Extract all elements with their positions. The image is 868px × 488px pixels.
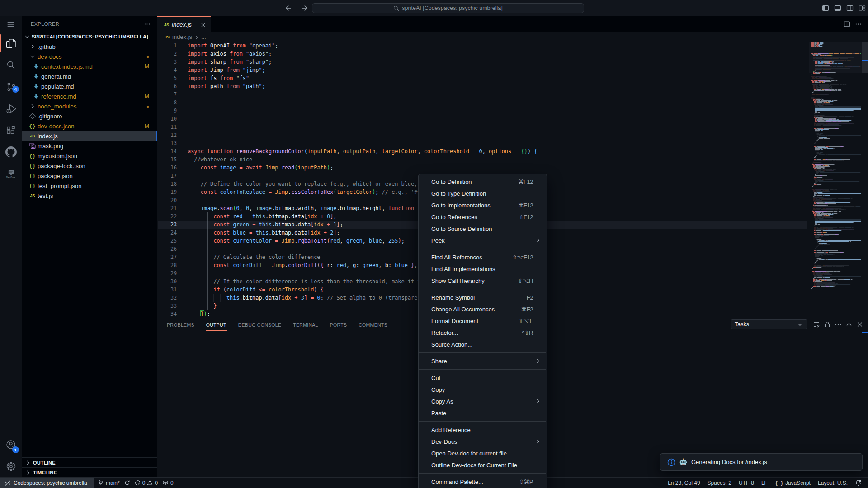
panel-tab-problems[interactable]: PROBLEMS [166, 319, 195, 331]
activity-source-control[interactable]: 4 [0, 76, 22, 98]
menu-item-rename-symbol[interactable]: Rename SymbolF2 [419, 291, 547, 303]
code-line-14[interactable]: 14async function removeBackgroundColor(i… [157, 147, 807, 155]
menu-item-share[interactable]: Share [419, 355, 547, 367]
nav-back-icon[interactable] [285, 5, 292, 12]
activity-search[interactable] [0, 54, 22, 76]
breadcrumb-file[interactable]: index.js [172, 33, 192, 40]
status-eol[interactable]: LF [758, 478, 771, 488]
menu-item-go-to-references[interactable]: Go to References⇧F12 [419, 211, 547, 223]
maximize-panel-icon[interactable] [845, 321, 853, 328]
code-line-11[interactable]: 11 [157, 123, 807, 131]
code-line-16[interactable]: 16 const image = await Jimp.read(inputPa… [157, 164, 807, 172]
tree-item-test-js[interactable]: JStest.js [22, 191, 157, 201]
status-cursor-position[interactable]: Ln 23, Col 49 [664, 478, 703, 488]
tree-item-mask-png[interactable]: mask.png [22, 141, 157, 151]
minimap-slider[interactable] [809, 42, 862, 73]
menu-item-dev-docs[interactable]: Dev-Docs [419, 436, 547, 447]
menu-item-find-all-implementations[interactable]: Find All Implementations [419, 263, 547, 275]
remote-indicator[interactable]: Codespaces: psychic umbrella [0, 478, 94, 488]
activity-dev-docs[interactable]: Dev-Docs [0, 163, 22, 184]
menu-item-go-to-definition[interactable]: Go to Definition⌘F12 [419, 176, 547, 188]
status-sync[interactable] [122, 478, 132, 488]
status-encoding[interactable]: UTF-8 [735, 478, 758, 488]
customize-layout-icon[interactable] [859, 5, 866, 12]
minimap[interactable] [809, 42, 862, 316]
activity-accounts[interactable]: 1 [0, 434, 22, 455]
code-line-10[interactable]: 10 [157, 115, 807, 123]
breadcrumb[interactable]: JS index.js ... [157, 32, 868, 42]
status-keyboard-layout[interactable]: Layout: U.S. [814, 478, 851, 488]
menu-item-outline-dev-docs-for-current-file[interactable]: Outline Dev-docs for Current File [419, 459, 547, 471]
close-panel-icon[interactable] [856, 321, 863, 328]
toggle-panel-icon[interactable] [834, 5, 841, 12]
menu-item-source-action[interactable]: Source Action... [419, 338, 547, 350]
menu-item-paste[interactable]: Paste [419, 407, 547, 419]
code-line-15[interactable]: 15 //whatever ok nice [157, 155, 807, 164]
menu-item-change-all-occurrences[interactable]: Change All Occurrences⌘F2 [419, 303, 547, 315]
timeline-section[interactable]: TIMELINE [22, 467, 157, 477]
status-ports[interactable]: 0 [160, 478, 176, 488]
code-line-5[interactable]: 5import fs from "fs" [157, 74, 807, 82]
menu-item-copy[interactable]: Copy [419, 384, 547, 395]
menu-item-show-call-hierarchy[interactable]: Show Call Hierarchy⇧⌥H [419, 275, 547, 286]
menu-item-cut[interactable]: Cut [419, 372, 547, 384]
notification-toast[interactable]: Generating Docs for /index.js [660, 453, 863, 471]
panel-tab-ports[interactable]: PORTS [330, 319, 347, 331]
menu-item-command-palette[interactable]: Command Palette...⇧⌘P [419, 476, 547, 488]
menu-item-copy-as[interactable]: Copy As [419, 395, 547, 407]
panel-tab-output[interactable]: OUTPUT [206, 319, 227, 331]
activity-explorer[interactable] [0, 33, 22, 54]
code-line-8[interactable]: 8 [157, 99, 807, 107]
status-problems[interactable]: 00 [132, 478, 160, 488]
activity-settings[interactable] [0, 455, 22, 477]
outline-section[interactable]: OUTLINE [22, 457, 157, 467]
menu-item-go-to-source-definition[interactable]: Go to Source Definition [419, 223, 547, 235]
split-editor-icon[interactable] [844, 21, 850, 28]
menu-item-go-to-type-definition[interactable]: Go to Type Definition [419, 188, 547, 199]
tree-item-general-md[interactable]: general.md [22, 71, 157, 81]
tree-item-dev-docs-json[interactable]: {}dev-docs.jsonM [22, 121, 157, 131]
toggle-secondary-sidebar-icon[interactable] [846, 5, 854, 12]
lock-icon[interactable] [824, 321, 831, 328]
tree-item-populate-md[interactable]: populate.md [22, 81, 157, 91]
tab-close-icon[interactable] [199, 21, 207, 29]
status-language-mode[interactable]: { }JavaScript [771, 478, 814, 488]
menu-item-find-all-references[interactable]: Find All References⇧⌥F12 [419, 251, 547, 263]
toggle-sidebar-icon[interactable] [822, 5, 829, 12]
activity-menu[interactable] [0, 14, 22, 35]
tree-item--github[interactable]: .github [22, 42, 157, 52]
status-indentation[interactable]: Spaces: 2 [704, 478, 735, 488]
menu-item-refactor[interactable]: Refactor...^⇧R [419, 327, 547, 338]
editor-more-actions-icon[interactable] [855, 21, 862, 28]
activity-extensions[interactable] [0, 119, 22, 141]
nav-forward-icon[interactable] [301, 5, 308, 12]
tree-item-reference-md[interactable]: reference.mdM [22, 91, 157, 101]
command-center-search[interactable]: spriteAI [Codespaces: psychic umbrella] [312, 3, 584, 13]
status-notifications-bell[interactable] [851, 478, 865, 488]
tree-item--gitignore[interactable]: .gitignore [22, 111, 157, 121]
activity-github[interactable] [0, 141, 22, 163]
tree-item-dev-docs[interactable]: dev-docs● [22, 52, 157, 61]
activity-run-and-debug[interactable] [0, 98, 22, 119]
tab-index-js[interactable]: JS index.js [157, 16, 211, 32]
menu-item-open-dev-doc-for-current-file[interactable]: Open Dev-doc for current file [419, 447, 547, 459]
panel-more-actions-icon[interactable] [835, 321, 842, 328]
code-line-9[interactable]: 9 [157, 107, 807, 115]
code-line-3[interactable]: 3import sharp from "sharp"; [157, 58, 807, 66]
tree-item-package-json[interactable]: {}package.json [22, 171, 157, 181]
code-line-6[interactable]: 6import path from "path"; [157, 82, 807, 90]
tree-item-context-index-js-md[interactable]: context-index.js.mdM [22, 61, 157, 71]
code-line-1[interactable]: 1import OpenAI from "openai"; [157, 42, 807, 50]
menu-item-go-to-implementations[interactable]: Go to Implementations⌘F12 [419, 199, 547, 211]
explorer-section-header[interactable]: SPRITEAI [CODESPACES: PSYCHIC UMBRELLA] [22, 32, 157, 42]
code-line-7[interactable]: 7 [157, 90, 807, 99]
tree-item-mycustom-json[interactable]: {}mycustom.json [22, 151, 157, 161]
code-line-4[interactable]: 4import Jimp from "jimp"; [157, 66, 807, 74]
code-line-13[interactable]: 13 [157, 139, 807, 147]
explorer-more-icon[interactable] [144, 21, 151, 28]
panel-tab-debug-console[interactable]: DEBUG CONSOLE [238, 319, 282, 331]
output-channel-dropdown[interactable]: Tasks [731, 319, 807, 329]
code-line-2[interactable]: 2import axios from "axios"; [157, 50, 807, 58]
code-line-12[interactable]: 12 [157, 131, 807, 139]
breadcrumb-symbol[interactable]: ... [201, 33, 206, 40]
